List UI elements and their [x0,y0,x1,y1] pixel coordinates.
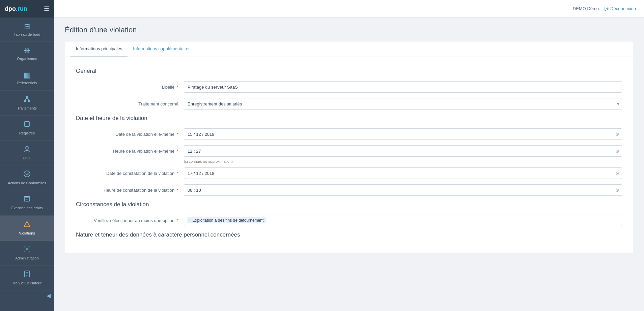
manuel-icon [23,270,31,280]
content-area: Édition d'une violation Informations pri… [54,18,644,311]
registres-icon [23,120,31,130]
administration-icon [23,245,31,255]
sidebar-item-actions-conformites[interactable]: Actions de Conformités [0,165,54,190]
date-constatation-input[interactable] [184,167,622,179]
heure-violation-label: Heure de la violation elle-même * [76,149,184,154]
date-violation-label: Date de la violation elle-même * [76,132,184,137]
tab-informations-supplementaires[interactable]: Informations supplémentaires [128,41,196,57]
libelle-input[interactable] [184,81,622,93]
heure-violation-row: Heure de la violation elle-même * ⊗ [76,145,622,157]
heure-violation-input[interactable] [184,145,622,157]
exercice-icon [23,195,31,205]
heure-constatation-row: Heure de constatation de la violation * … [76,184,622,196]
heure-constatation-wrapper: ⊗ [184,184,622,196]
heure-violation-clear-icon[interactable]: ⊗ [615,148,619,154]
section-nature-title: Nature et teneur des données à caractère… [76,231,622,238]
heure-constatation-label: Heure de constatation de la violation * [76,188,184,193]
circonstances-option-row: Veuillez sélectionner au moins une optio… [76,215,622,226]
heure-violation-wrapper: ⊗ [184,145,622,157]
tag-close-icon[interactable]: × [189,218,191,222]
sidebar-item-administration[interactable]: Administration [0,241,54,266]
logo: dpo.run [5,5,27,12]
form-area: Général Libellé * Traitement concerné En… [65,57,633,253]
heure-constatation-input[interactable] [184,184,622,196]
svg-point-2 [28,100,30,102]
circonstances-option-label: Veuillez sélectionner au moins une optio… [76,218,184,223]
section-general-title: Général [76,68,622,74]
main-area: DEMO Démo Déconnexion Édition d'une viol… [54,0,644,311]
date-constatation-wrapper: ⊗ [184,167,622,179]
sidebar-item-registres[interactable]: Registres [0,116,54,141]
svg-rect-5 [25,122,29,126]
libelle-label: Libellé * [76,85,184,90]
svg-point-7 [26,147,28,149]
tag-exploitation: × Exploitation à des fins de détournemen… [187,217,266,223]
logout-button[interactable]: Déconnexion [604,6,636,11]
section-circonstances-title: Circonstances de la violation [76,201,622,208]
date-violation-clear-icon[interactable]: ⊗ [615,131,619,137]
sidebar-item-organismes[interactable]: ❋ Organismes [0,42,54,66]
dashboard-icon: ⊞ [24,22,30,31]
heure-constatation-clear-icon[interactable]: ⊗ [615,187,619,193]
svg-line-3 [25,98,27,100]
sidebar-item-eivp[interactable]: EIVP [0,141,54,165]
traitements-icon [23,95,31,105]
svg-point-0 [26,96,28,98]
date-constatation-clear-icon[interactable]: ⊗ [615,170,619,176]
sidebar-item-referentiels[interactable]: ▦ Référentiels [0,66,54,90]
svg-point-11 [27,225,27,226]
sidebar-item-tableau-de-bord[interactable]: ⊞ Tableau de bord [0,18,54,42]
svg-line-4 [27,98,29,100]
sidebar: dpo.run ☰ ⊞ Tableau de bord ❋ Organismes… [0,0,54,311]
topbar: DEMO Démo Déconnexion [54,0,644,18]
logout-icon [604,6,609,11]
eivp-icon [23,145,31,155]
traitement-row: Traitement concerné Enregistrement des s… [76,98,622,110]
date-violation-input[interactable] [184,128,622,140]
sidebar-item-manuel-utilisateur[interactable]: Manuel utilisateur [0,266,54,290]
sidebar-header: dpo.run ☰ [0,0,54,18]
svg-rect-9 [24,196,30,201]
main-card: Informations principales Informations su… [65,41,633,253]
sidebar-item-exercice-droits[interactable]: Exercice des droits [0,190,54,215]
collapse-sidebar-button[interactable]: ◀ [43,290,54,301]
circonstances-multiselect[interactable]: × Exploitation à des fins de détournemen… [184,215,622,226]
sidebar-item-traitements[interactable]: Traitements [0,91,54,116]
date-violation-wrapper: ⊗ [184,128,622,140]
tab-informations-principales[interactable]: Informations principales [71,41,128,57]
section-date-heure-title: Date et heure de la violation [76,115,622,122]
topbar-user: DEMO Démo [573,6,599,11]
hamburger-icon[interactable]: ☰ [44,5,49,12]
referentiels-icon: ▦ [24,71,31,80]
svg-point-8 [24,171,30,177]
svg-point-1 [24,100,26,102]
date-constatation-row: Date de constatation de la violation * ⊗ [76,167,622,179]
libelle-row: Libellé * [76,81,622,93]
traitement-label: Traitement concerné [76,101,184,106]
date-violation-row: Date de la violation elle-même * ⊗ [76,128,622,140]
traitement-select[interactable]: Enregistrement des salariés [184,98,622,110]
violations-icon [23,220,31,230]
sidebar-item-violations[interactable]: Violations [0,216,54,241]
date-constatation-label: Date de constatation de la violation * [76,171,184,176]
traitement-select-wrapper: Enregistrement des salariés ▾ [184,98,622,110]
actions-icon [23,170,31,180]
heure-hint: (si connue, ou approximation) [184,159,622,163]
organismes-icon: ❋ [24,46,30,55]
page-title: Édition d'une violation [65,26,633,34]
svg-rect-6 [25,121,29,122]
svg-point-12 [26,248,28,250]
tabs-container: Informations principales Informations su… [65,41,633,57]
